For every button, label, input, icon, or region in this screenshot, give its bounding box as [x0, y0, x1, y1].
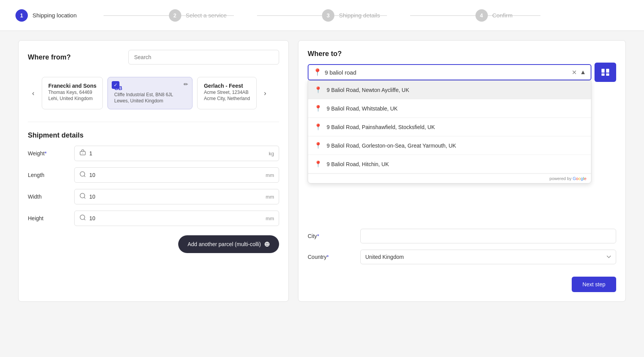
clear-address-icon[interactable]: ✕	[572, 69, 577, 76]
length-label: Length	[28, 172, 74, 178]
ac-pin-0: 📍	[314, 86, 322, 94]
svg-line-5	[84, 197, 85, 198]
autocomplete-item-2[interactable]: 📍 9 Baliol Road, Painshawfield, Stocksfi…	[308, 118, 591, 136]
country-select[interactable]: United Kingdom Netherlands Germany Franc…	[360, 250, 616, 264]
step-3-label: Shipping details	[339, 12, 380, 19]
height-input[interactable]	[89, 215, 262, 221]
country-required: *	[327, 254, 329, 260]
cards-next-arrow[interactable]: ›	[260, 88, 271, 99]
where-to-section: Where to? 📍 ✕ ▲ 📍 9 Baliol Road, Newton …	[308, 50, 616, 82]
check-icon: ✓	[112, 81, 119, 89]
ac-pin-3: 📍	[314, 142, 322, 149]
weight-required: *	[44, 150, 46, 156]
where-from-header: Where from?	[28, 50, 279, 71]
shipment-title: Shipment details	[28, 131, 279, 139]
width-icon	[79, 192, 86, 201]
step-4-label: Confirm	[492, 12, 513, 19]
card-franecki-name: Franecki and Sons	[48, 83, 96, 89]
svg-rect-9	[606, 69, 609, 73]
where-to-title: Where to?	[308, 50, 616, 58]
city-label: City*	[308, 233, 354, 239]
autocomplete-item-0[interactable]: 📍 9 Baliol Road, Newton Aycliffe, UK	[308, 81, 591, 99]
city-input[interactable]	[360, 229, 616, 243]
ac-pin-4: 📍	[314, 160, 322, 168]
svg-point-6	[80, 215, 85, 219]
height-label: Height	[28, 215, 74, 221]
autocomplete-item-3[interactable]: 📍 9 Baliol Road, Gorleston-on-Sea, Great…	[308, 136, 591, 155]
step-2-label: Select a service	[186, 12, 227, 19]
weight-unit: kg	[269, 151, 274, 156]
city-field-row: City*	[308, 229, 616, 243]
chevron-up-icon[interactable]: ▲	[580, 69, 586, 76]
svg-line-3	[84, 175, 85, 177]
where-from-title: Where from?	[28, 53, 71, 61]
add-icon: ⊕	[264, 240, 270, 248]
city-required: *	[317, 233, 319, 239]
height-icon	[79, 214, 86, 223]
address-input[interactable]	[325, 69, 569, 76]
weight-input-wrapper: kg	[74, 146, 279, 161]
weight-label: Weight*	[28, 150, 74, 156]
svg-point-4	[80, 193, 85, 198]
step-1: 1 Shipping location	[15, 9, 169, 22]
step-3: 3 Shipping details	[322, 9, 475, 22]
step-2: 2 Select a service	[169, 9, 322, 22]
where-from-search[interactable]	[128, 50, 279, 65]
left-panel: Where from? ‹ Franecki and Sons Thomas K…	[18, 40, 289, 302]
width-unit: mm	[266, 194, 274, 200]
main-content: Where from? ‹ Franecki and Sons Thomas K…	[9, 31, 635, 311]
location-card-gerlach[interactable]: Gerlach - Feest Acme Street, 1234AB Acme…	[197, 77, 256, 109]
width-input-wrapper: mm	[74, 189, 279, 204]
card-gerlach-name: Gerlach - Feest	[204, 83, 250, 89]
step-1-label: Shipping location	[32, 12, 77, 19]
length-unit: mm	[266, 172, 274, 178]
svg-rect-8	[601, 69, 605, 73]
svg-rect-11	[606, 73, 609, 76]
height-input-wrapper: mm	[74, 211, 279, 226]
length-input-wrapper: mm	[74, 167, 279, 183]
ac-text-0: 9 Baliol Road, Newton Aycliffe, UK	[327, 87, 409, 93]
location-card-gb[interactable]: ✓ ✏ GB Cliffe Industrial Est, BN8 6JL Le…	[107, 77, 193, 109]
ac-pin-2: 📍	[314, 123, 322, 131]
ac-text-2: 9 Baliol Road, Painshawfield, Stocksfiel…	[327, 124, 435, 130]
location-cards-wrapper: ‹ Franecki and Sons Thomas Keys, 64469 L…	[28, 77, 279, 109]
edit-icon[interactable]: ✏	[184, 81, 188, 87]
autocomplete-dropdown: 📍 9 Baliol Road, Newton Aycliffe, UK 📍 9…	[308, 80, 591, 184]
svg-line-7	[84, 219, 85, 220]
address-input-wrapper: 📍 ✕ ▲	[308, 64, 591, 80]
step-3-number: 3	[322, 9, 334, 22]
width-input[interactable]	[89, 194, 262, 200]
ac-text-4: 9 Baliol Road, Hitchin, UK	[327, 161, 389, 167]
address-pin-icon: 📍	[313, 68, 322, 76]
country-field-row: Country* United Kingdom Netherlands Germ…	[308, 250, 616, 264]
width-label: Width	[28, 194, 74, 200]
width-field-row: Width mm	[28, 189, 279, 204]
next-step-button[interactable]: Next step	[572, 277, 616, 292]
map-button[interactable]	[595, 63, 616, 82]
step-1-number: 1	[15, 9, 28, 22]
height-field-row: Height mm	[28, 211, 279, 226]
weight-field-row: Weight* kg	[28, 146, 279, 161]
location-card-franecki[interactable]: Franecki and Sons Thomas Keys, 64469 Leh…	[42, 77, 103, 109]
ac-text-1: 9 Baliol Road, Whitstable, UK	[327, 105, 398, 112]
next-step-label: Next step	[583, 281, 605, 287]
height-unit: mm	[266, 216, 274, 221]
card-gb-line2: Lewes, United Kingdom	[114, 98, 186, 104]
add-parcel-button[interactable]: Add another parcel (multi-colli) ⊕	[178, 235, 279, 253]
ac-text-3: 9 Baliol Road, Gorleston-on-Sea, Great Y…	[327, 143, 456, 149]
country-label: Country*	[308, 254, 354, 260]
powered-by: powered by Google	[308, 173, 591, 183]
card-gerlach-line1: Acme Street, 1234AB	[204, 90, 250, 95]
stepper: 1 Shipping location 2 Select a service 3…	[0, 0, 644, 31]
autocomplete-item-4[interactable]: 📍 9 Baliol Road, Hitchin, UK	[308, 155, 591, 173]
svg-rect-10	[601, 73, 605, 76]
add-parcel-label: Add another parcel (multi-colli)	[187, 241, 261, 247]
card-gerlach-line2: Acme City, Netherland	[204, 96, 250, 101]
autocomplete-item-1[interactable]: 📍 9 Baliol Road, Whitstable, UK	[308, 99, 591, 118]
cards-prev-arrow[interactable]: ‹	[28, 88, 39, 99]
step-4-number: 4	[475, 9, 488, 22]
weight-input[interactable]	[89, 150, 266, 156]
weight-icon	[79, 149, 86, 158]
length-input[interactable]	[89, 172, 262, 178]
ac-pin-1: 📍	[314, 105, 322, 112]
